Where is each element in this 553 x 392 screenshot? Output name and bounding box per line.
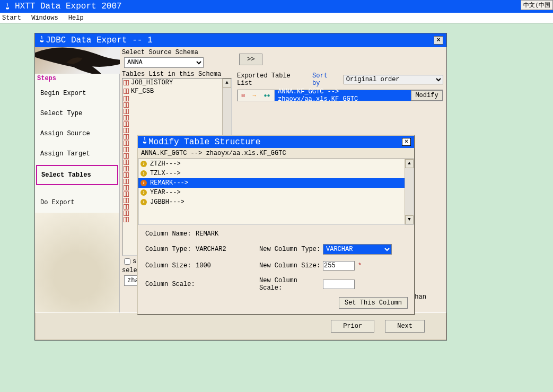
set-column-button[interactable]: Set This Column [339, 297, 408, 309]
arrow-icon [141, 170, 147, 177]
scroll-up-icon[interactable]: ▲ [405, 159, 414, 168]
step-select-tables[interactable]: Select Tables [36, 165, 118, 185]
new-size-label: New Column Size: [259, 262, 323, 269]
menu-help[interactable]: Help [68, 14, 84, 22]
table-icon [124, 211, 129, 216]
table-row: JOB_HISTORY [122, 79, 231, 87]
col-type-label: Column Type: [145, 246, 196, 253]
col-scale-label: Column Scale: [145, 281, 196, 288]
source-schema-select[interactable]: ANNA [124, 57, 204, 68]
arrow-icon [141, 199, 147, 205]
col-size-value: 1000 [196, 262, 259, 269]
app-title: HXTT Data Export 2007 [15, 2, 122, 11]
table-row [122, 115, 231, 121]
java-icon [141, 137, 148, 147]
table-icon [124, 204, 129, 210]
sortby-label: Sort by [312, 72, 338, 87]
table-icon [124, 179, 129, 184]
step-assign-target[interactable]: Assign Target [35, 144, 119, 164]
step-begin-export[interactable]: Begin Export [35, 83, 119, 103]
new-scale-input[interactable] [323, 280, 355, 289]
arrow-icon [141, 161, 147, 167]
col-type-value: VARCHAR2 [196, 246, 259, 253]
column-row: TZLX---> [138, 169, 414, 178]
table-icon [124, 134, 129, 140]
menu-windows[interactable]: Windows [31, 14, 58, 22]
remove-icon[interactable]: ⊟ [241, 92, 244, 99]
col-name-value: REMARK [196, 230, 259, 238]
table-row [122, 108, 231, 115]
column-list[interactable]: ZTZH---> TZLX---> REMARK---> YEAR---> JG… [138, 159, 414, 225]
nav-button-bar: Prior Next [35, 312, 446, 340]
step-select-type[interactable]: Select Type [35, 103, 119, 124]
table-icon [124, 191, 129, 197]
show-tables-input[interactable] [124, 258, 130, 265]
table-icon [124, 115, 129, 120]
modify-titlebar: Modify Table Structure × [138, 136, 414, 148]
close-icon[interactable]: × [402, 138, 411, 146]
table-icon [124, 89, 129, 94]
required-asterisk: * [358, 262, 362, 269]
lang-badge[interactable]: 中文(中国 [521, 0, 553, 10]
col-name-label: Column Name: [145, 230, 196, 238]
sortby-select[interactable]: Original order [344, 75, 443, 84]
prior-button[interactable]: Prior [331, 320, 374, 333]
col-size-label: Column Size: [145, 262, 196, 269]
table-row [122, 95, 231, 102]
menu-start[interactable]: Start [2, 14, 21, 22]
table-icon [124, 198, 129, 203]
column-row: ZTZH---> [138, 159, 414, 169]
new-size-input[interactable] [323, 261, 355, 271]
table-icon [124, 217, 129, 222]
next-button[interactable]: Next [385, 320, 425, 333]
arrow-icon [141, 180, 147, 186]
step-assign-source[interactable]: Assign Source [35, 124, 119, 144]
workspace: JDBC Data Expert -- 1 × Steps Begin Expo… [0, 23, 553, 392]
new-scale-label: New Column Scale: [259, 277, 323, 292]
step-do-export[interactable]: Do Export [35, 186, 119, 213]
add-button[interactable]: >> [239, 54, 262, 65]
table-row [122, 121, 231, 127]
scroll-down-icon[interactable]: ▼ [405, 215, 414, 224]
arrow-icon: → [252, 93, 256, 99]
export-list-row[interactable]: ⊟ → ●● ANNA.KF_GGTC --> zhaoyx/aa.xls.KF… [237, 90, 443, 101]
table-icon [124, 128, 129, 133]
new-type-select[interactable]: VARCHAR [323, 244, 392, 255]
column-row: JGBBH---> [138, 197, 414, 207]
modify-button[interactable]: Modify [411, 90, 443, 101]
modify-dialog: Modify Table Structure × ANNA.KF_GGTC --… [137, 135, 415, 315]
source-schema-label: Select Source Schema [120, 47, 234, 56]
table-icon [124, 96, 129, 101]
scroll-up-icon[interactable]: ▲ [223, 79, 231, 88]
export-row-path: ANNA.KF_GGTC --> zhaoyx/aa.xls.KF_GGTC [275, 90, 411, 101]
table-row [122, 127, 231, 134]
menubar: Start Windows Help [0, 13, 553, 23]
column-row: YEAR---> [138, 188, 414, 197]
table-icon [124, 80, 129, 85]
tables-list-label: Tables List in this Schema [120, 69, 234, 78]
status-icon: ●● [264, 93, 270, 99]
java-icon [3, 2, 12, 11]
steps-column: Steps Begin Export Select Type Assign So… [35, 47, 120, 340]
modify-form: Column Name: REMARK Column Type: VARCHAR… [138, 225, 414, 297]
export-header-label: Exported Table List [237, 72, 307, 87]
table-icon [124, 185, 129, 190]
table-row [122, 102, 231, 108]
table-row: KF_CSB [122, 87, 231, 95]
table-icon [124, 147, 129, 152]
table-icon [124, 109, 129, 114]
table-icon [124, 121, 129, 127]
eagle-logo [35, 47, 120, 74]
arrow-icon [141, 189, 147, 196]
table-icon [124, 102, 129, 108]
scrollbar[interactable]: ▲ ▼ [405, 159, 414, 224]
table-icon [124, 160, 129, 165]
steps-label: Steps [35, 74, 119, 83]
close-icon[interactable]: × [434, 36, 443, 45]
new-type-label: New Column Type: [259, 246, 323, 253]
modify-title: Modify Table Structure [148, 137, 260, 147]
table-icon [124, 172, 129, 178]
table-icon [124, 153, 129, 159]
jdbc-titlebar: JDBC Data Expert -- 1 × [35, 33, 446, 47]
export-row-icons: ⊟ → ●● [238, 90, 275, 101]
